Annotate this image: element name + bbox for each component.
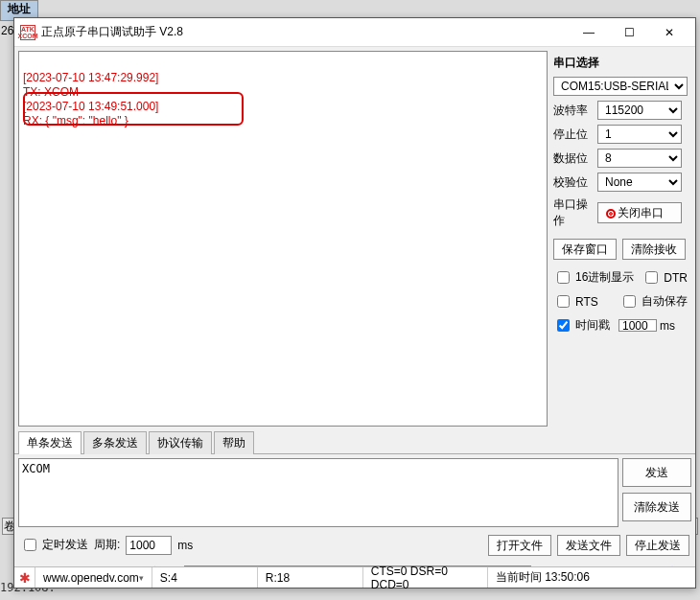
- window-title: 正点原子串口调试助手 V2.8: [41, 24, 569, 40]
- record-icon: [606, 209, 616, 219]
- port-op-label: 串口操作: [553, 196, 594, 229]
- dtr-label: DTR: [664, 271, 688, 285]
- titlebar: ATK XCOM 正点原子串口调试助手 V2.8 — ☐ ✕: [14, 18, 695, 47]
- send-file-button[interactable]: 发送文件: [557, 535, 620, 556]
- period-input[interactable]: [126, 536, 172, 555]
- tab-protocol[interactable]: 协议传输: [149, 431, 212, 454]
- bg-number: 26: [1, 24, 13, 37]
- clear-send-button[interactable]: 清除发送: [622, 493, 691, 521]
- send-tabs: 单条发送 多条发送 协议传输 帮助: [14, 430, 695, 454]
- dtr-checkbox[interactable]: [645, 271, 658, 284]
- send-textarea[interactable]: [18, 458, 618, 527]
- send-button[interactable]: 发送: [622, 458, 691, 487]
- timestamp-checkbox[interactable]: [557, 319, 570, 332]
- stopbit-label: 停止位: [553, 127, 594, 143]
- close-button[interactable]: ✕: [649, 19, 689, 46]
- maximize-button[interactable]: ☐: [609, 19, 649, 46]
- clear-receive-button[interactable]: 清除接收: [622, 239, 686, 260]
- settings-panel: 串口选择 COM15:USB-SERIAL CH34 波特率115200 停止位…: [551, 47, 695, 430]
- log-line: [2023-07-10 13:47:29.992]: [23, 71, 158, 84]
- timed-send-label: 定时发送: [42, 537, 88, 553]
- baud-label: 波特率: [553, 103, 594, 119]
- databit-label: 数据位: [553, 150, 594, 167]
- settings-gear-icon[interactable]: ✱: [14, 567, 35, 588]
- hex-display-label: 16进制显示: [575, 269, 634, 286]
- autosave-checkbox[interactable]: [623, 295, 636, 308]
- stop-send-button[interactable]: 停止发送: [626, 535, 689, 556]
- databit-select[interactable]: 8: [597, 149, 682, 168]
- tab-single-send[interactable]: 单条发送: [18, 431, 82, 454]
- tab-multi-send[interactable]: 多条发送: [83, 431, 147, 454]
- log-line: RX: { "msg": "hello" }: [23, 114, 128, 127]
- save-window-button[interactable]: 保存窗口: [553, 239, 617, 260]
- timed-send-checkbox[interactable]: [24, 539, 36, 551]
- timestamp-unit: ms: [660, 319, 675, 333]
- parity-label: 校验位: [553, 174, 594, 191]
- status-url[interactable]: www.openedv.com: [35, 567, 152, 588]
- period-label: 周期:: [94, 537, 120, 553]
- port-select-header: 串口选择: [553, 55, 688, 71]
- rts-checkbox[interactable]: [557, 295, 570, 308]
- period-unit: ms: [177, 539, 193, 552]
- port-select[interactable]: COM15:USB-SERIAL CH34: [553, 77, 688, 96]
- log-line: TX: XCOM: [23, 85, 79, 99]
- minimize-button[interactable]: —: [569, 19, 609, 46]
- rts-label: RTS: [575, 295, 598, 309]
- status-sent: S:4: [152, 567, 258, 588]
- autosave-label: 自动保存: [642, 293, 688, 310]
- log-line: [2023-07-10 13:49:51.000]: [23, 100, 158, 113]
- timestamp-input[interactable]: [618, 319, 657, 332]
- status-bar: ✱ www.openedv.com S:4 R:18 CTS=0 DSR=0 D…: [14, 566, 695, 588]
- main-window: ATK XCOM 正点原子串口调试助手 V2.8 — ☐ ✕ [2023-07-…: [13, 17, 696, 588]
- open-file-button[interactable]: 打开文件: [488, 535, 551, 556]
- receive-textarea[interactable]: [2023-07-10 13:47:29.992] TX: XCOM [2023…: [18, 51, 548, 427]
- timestamp-label: 时间戳: [575, 317, 610, 334]
- status-time: 当前时间 13:50:06: [488, 567, 695, 588]
- status-signals: CTS=0 DSR=0 DCD=0: [363, 567, 488, 588]
- status-recv: R:18: [258, 567, 363, 588]
- parity-select[interactable]: None: [597, 173, 682, 192]
- hex-display-checkbox[interactable]: [557, 271, 570, 284]
- tab-help[interactable]: 帮助: [214, 431, 254, 454]
- stopbit-select[interactable]: 1: [597, 125, 682, 144]
- app-icon: ATK XCOM: [20, 25, 35, 40]
- baud-select[interactable]: 115200: [597, 101, 682, 120]
- close-port-button[interactable]: 关闭串口: [597, 202, 682, 223]
